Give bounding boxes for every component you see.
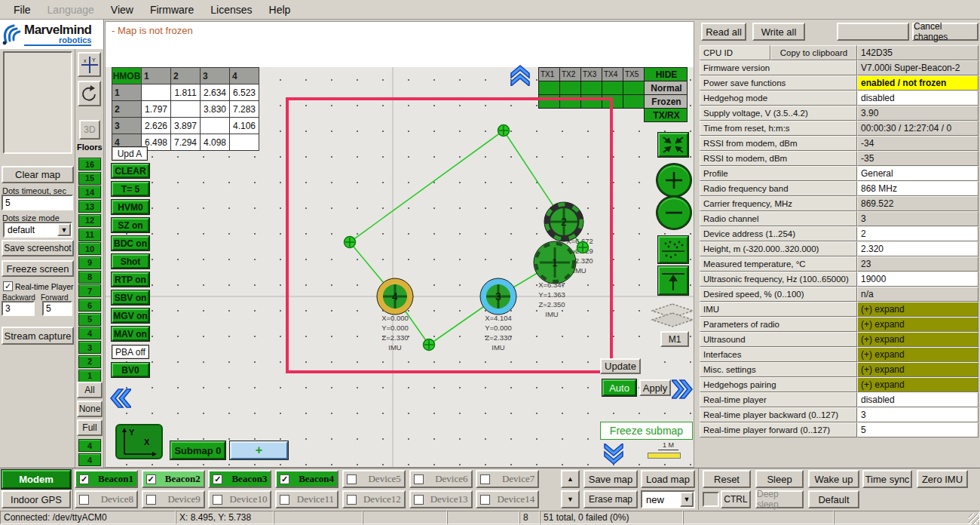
property-value[interactable]: 23 xyxy=(857,256,978,272)
tab-checkbox[interactable] xyxy=(480,474,490,484)
menu-file[interactable]: File xyxy=(6,2,38,18)
cancel-changes-button[interactable]: Cancel changes xyxy=(912,23,978,41)
tab-beacon2[interactable]: ✓Beacon2 xyxy=(142,470,205,488)
property-value[interactable]: -35 xyxy=(857,151,978,166)
property-value[interactable]: disabled xyxy=(857,91,978,106)
property-value[interactable]: 868 MHz xyxy=(857,181,978,196)
indoor-gps-tab[interactable]: Indoor GPS xyxy=(2,490,71,508)
distance-cell[interactable]: 4.106 xyxy=(230,118,259,134)
map-button-sbv-on[interactable]: SBV on xyxy=(112,290,149,305)
tab-device13[interactable]: Device13 xyxy=(409,490,473,508)
view-3d-button[interactable]: 3D xyxy=(79,120,100,140)
fit-view-button[interactable] xyxy=(658,133,688,157)
map-button-hvm0[interactable]: HVM0 xyxy=(112,200,149,214)
tab-device12[interactable]: Device12 xyxy=(342,490,406,508)
property-value[interactable]: (+) expand xyxy=(857,317,978,332)
expand-down-icon[interactable] xyxy=(602,444,626,466)
distance-cell[interactable] xyxy=(230,134,259,151)
tab-checkbox[interactable]: ✓ xyxy=(280,474,289,484)
property-value[interactable]: 142D35 xyxy=(857,45,978,60)
apply-button[interactable]: Apply xyxy=(639,379,671,396)
menu-help[interactable]: Help xyxy=(262,2,299,18)
center-axes-button[interactable]: xY xyxy=(78,52,101,77)
floor-button-12[interactable]: 12 xyxy=(78,214,101,227)
map-button-mav-on[interactable]: MAV on xyxy=(112,327,149,341)
tab-beacon4[interactable]: ✓Beacon4 xyxy=(275,470,338,488)
save-screenshot-button[interactable]: Save screenshot xyxy=(2,240,74,256)
tab-checkbox[interactable] xyxy=(347,495,357,505)
tab-device8[interactable]: Device8 xyxy=(75,490,138,508)
distance-cell[interactable]: 3.830 xyxy=(201,101,230,118)
modem-tab[interactable]: Modem xyxy=(2,470,71,489)
tab-device11[interactable]: Device11 xyxy=(275,490,338,508)
m1-button[interactable]: M1 xyxy=(660,331,689,347)
tab-checkbox[interactable] xyxy=(480,495,490,505)
map-button-rtp-on[interactable]: RTP on xyxy=(112,272,149,287)
property-value[interactable]: General xyxy=(857,166,978,181)
dots-timeout-input[interactable] xyxy=(2,195,73,210)
tab-device9[interactable]: Device9 xyxy=(142,490,205,508)
property-value[interactable]: V7.000i Super-Beacon-2 xyxy=(857,60,978,75)
menu-firmware[interactable]: Firmware xyxy=(142,2,201,18)
update-button[interactable]: Update xyxy=(600,358,641,374)
distance-cell[interactable]: 6.523 xyxy=(230,84,259,101)
distance-cell[interactable]: 7.294 xyxy=(171,134,201,151)
tab-checkbox[interactable] xyxy=(347,474,357,484)
property-value[interactable]: (+) expand xyxy=(857,377,978,392)
property-value[interactable]: 3.90 xyxy=(857,106,978,121)
floor-button-13[interactable]: 13 xyxy=(78,200,101,213)
deep-sleep-button[interactable]: Deep sleep xyxy=(755,490,804,508)
expand-up-icon[interactable] xyxy=(509,63,531,86)
tab-checkbox[interactable] xyxy=(280,495,289,505)
wake-up-button[interactable]: Wake up xyxy=(808,470,859,488)
distance-cell[interactable]: 2.626 xyxy=(142,118,171,134)
map-button-t-5[interactable]: T= 5 xyxy=(112,182,149,196)
realtime-player-toggle[interactable]: ✓ Real-time Player xyxy=(3,281,74,291)
tx-side-frozen[interactable]: Frozen xyxy=(644,94,688,109)
distance-cell[interactable]: 4.098 xyxy=(201,134,230,151)
ctrl-button[interactable]: CTRL xyxy=(721,490,751,508)
layers-icon[interactable] xyxy=(651,302,694,330)
save-map-button[interactable]: Save map xyxy=(583,470,638,488)
map-select-dropdown[interactable]: new ▼ xyxy=(641,490,695,508)
distance-cell[interactable] xyxy=(201,118,230,134)
stream-capture-button[interactable]: Stream capture xyxy=(2,327,74,345)
sleep-button[interactable]: Sleep xyxy=(755,470,804,488)
floors-all-button[interactable]: All xyxy=(77,382,103,398)
update-axes-button[interactable]: Upd A xyxy=(112,146,148,161)
map-button-pba-off[interactable]: PBA off xyxy=(112,345,149,359)
tab-device6[interactable]: Device6 xyxy=(409,470,473,488)
map-button-mgv-on[interactable]: MGV on xyxy=(112,309,149,323)
tab-checkbox[interactable] xyxy=(213,495,222,505)
floor-extra-button[interactable]: 4 xyxy=(78,439,101,452)
tx-side-tx-rx[interactable]: TX/RX xyxy=(644,108,688,122)
property-value[interactable]: 5 xyxy=(857,422,978,438)
floor-button-3[interactable]: 3 xyxy=(78,341,101,354)
property-value[interactable]: (+) expand xyxy=(857,347,978,362)
floor-button-10[interactable]: 10 xyxy=(78,242,101,255)
property-value[interactable]: 3 xyxy=(857,211,978,226)
clear-map-button[interactable]: Clear map xyxy=(2,166,74,183)
floor-button-16[interactable]: 16 xyxy=(78,158,101,170)
tab-device5[interactable]: Device5 xyxy=(342,470,406,488)
floors-none-button[interactable]: None xyxy=(77,401,103,417)
floor-extra-button[interactable]: 4 xyxy=(78,453,101,466)
property-value[interactable]: (+) expand xyxy=(857,302,978,317)
tab-device10[interactable]: Device10 xyxy=(208,490,271,508)
map-button-bv0[interactable]: BV0 xyxy=(112,363,149,377)
menu-licenses[interactable]: Licenses xyxy=(203,2,259,18)
forward-input[interactable] xyxy=(42,301,72,316)
floor-button-5[interactable]: 5 xyxy=(78,313,101,326)
map-button-shot[interactable]: Shot xyxy=(112,254,149,269)
show-dots-button[interactable] xyxy=(658,236,688,263)
tab-beacon3[interactable]: ✓Beacon3 xyxy=(208,470,271,488)
floor-button-14[interactable]: 14 xyxy=(78,186,101,198)
default-button[interactable]: Default xyxy=(808,490,859,508)
floor-button-7[interactable]: 7 xyxy=(78,284,101,297)
realtime-player-checkbox[interactable]: ✓ xyxy=(3,281,13,291)
tab-device14[interactable]: Device14 xyxy=(476,490,539,508)
submap-tab[interactable]: Submap 0 xyxy=(170,441,225,459)
map-button-bdc-on[interactable]: BDC on xyxy=(112,236,149,250)
floor-button-8[interactable]: 8 xyxy=(78,271,101,284)
distance-cell[interactable]: 1.797 xyxy=(142,101,171,118)
